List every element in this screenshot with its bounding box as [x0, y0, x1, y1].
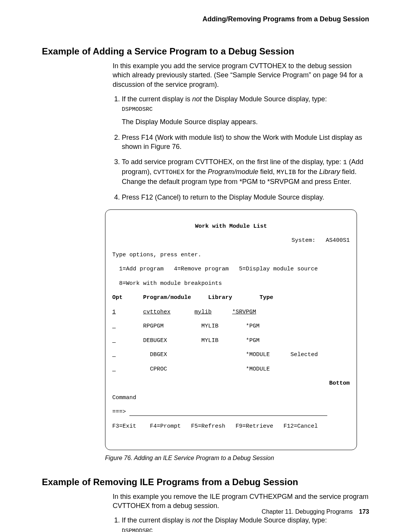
section1-intro: In this example you add the service prog…: [113, 61, 369, 89]
hdr-opt: Opt: [112, 294, 123, 301]
s1-step1b: the Display Module Source display, type:: [202, 95, 327, 103]
r1-lib: mylib: [194, 309, 212, 315]
figure-caption: Figure 76. Adding an ILE Service Program…: [105, 455, 369, 462]
s1-step1: If the current display is not the Displa…: [122, 94, 369, 127]
section2-title: Example of Removing ILE Programs from a …: [42, 477, 369, 487]
s1-step3-code3: MYLIB: [277, 169, 296, 176]
section2-intro: In this example you remove the ILE progr…: [113, 492, 369, 511]
terminal-prompt-line: ===>: [112, 409, 350, 416]
terminal-row3: DEBUGEX MYLIB *PGM: [112, 337, 350, 345]
s1-step3-code2: CVTTOHEX: [153, 169, 185, 176]
terminal-fkeys: F3=Exit F4=Prompt F5=Refresh F9=Retrieve…: [112, 423, 350, 430]
r4-sel: Selected: [290, 351, 318, 358]
r1-pm: cvttohex: [143, 309, 170, 315]
terminal-row2: RPGPGM MYLIB *PGM: [112, 323, 350, 330]
r3-type: *PGM: [246, 337, 260, 344]
s1-step1-cmd: DSPMODSRC: [122, 106, 369, 113]
terminal-row4: DBGEX *MODULE Selected: [112, 351, 350, 359]
terminal-system-label: System:: [292, 237, 315, 244]
section1-title: Example of Adding a Service Program to a…: [42, 46, 369, 57]
s1-step3-it1: Program/module: [208, 168, 258, 176]
r1-opt: 1: [112, 309, 116, 315]
r3-lib: MYLIB: [201, 337, 218, 344]
terminal-line3: 8=Work with module breakpoints: [112, 280, 350, 288]
terminal-row5: CPROC *MODULE: [112, 366, 350, 373]
terminal-title: Work with Module List: [112, 223, 350, 230]
s1-step1-not: not: [192, 95, 202, 103]
s2-step1: If the current display is not the Displa…: [122, 516, 369, 532]
r4-opt: [112, 351, 116, 358]
terminal-figure: Work with Module List System: AS400S1 Ty…: [105, 209, 357, 450]
s1-step3-code1: 1: [343, 159, 347, 166]
running-header: Adding/Removing Programs from a Debug Se…: [42, 15, 369, 23]
r4-type: *MODULE: [246, 351, 270, 358]
terminal-line2: 1=Add program 4=Remove program 5=Display…: [112, 266, 350, 273]
r2-opt: [112, 323, 116, 329]
hdr-type: Type: [260, 294, 273, 301]
s1-step1-after: The Display Module Source display appear…: [122, 118, 258, 126]
r5-pm: CPROC: [150, 366, 167, 372]
terminal-prompt: ===>: [112, 409, 126, 415]
s2-step1-not: not: [192, 516, 202, 524]
page-footer: Chapter 11. Debugging Programs 173: [262, 508, 369, 515]
s1-step2: Press F14 (Work with module list) to sho…: [122, 133, 369, 152]
s1-step3d: field,: [258, 168, 277, 176]
r1-type: *SRVPGM: [232, 309, 256, 315]
s1-step4: Press F12 (Cancel) to return to the Disp…: [122, 193, 369, 202]
r2-type: *PGM: [246, 323, 260, 329]
s1-step3c: for the: [185, 168, 208, 176]
r5-opt: [112, 366, 116, 372]
s1-step1a: If the current display is: [122, 95, 192, 103]
terminal-system-line: System: AS400S1: [112, 237, 350, 244]
s1-step3: To add service program CVTTOHEX, on the …: [122, 157, 369, 186]
section2-steps: If the current display is not the Displa…: [113, 516, 369, 532]
hdr-pm: Program/module: [143, 294, 191, 301]
footer-chapter: Chapter 11. Debugging Programs: [262, 508, 353, 515]
terminal-command-input: [129, 415, 327, 416]
section1-steps: If the current display is not the Displa…: [113, 94, 369, 202]
terminal-system-value: AS400S1: [326, 237, 350, 244]
terminal-line1: Type options, press enter.: [112, 252, 350, 259]
section1-body: In this example you add the service prog…: [113, 61, 369, 202]
r2-lib: MYLIB: [201, 323, 218, 329]
terminal-header-row: Opt Program/module Library Type: [112, 294, 350, 302]
s1-step3e: for the: [296, 168, 319, 176]
terminal-command-label: Command: [112, 395, 350, 402]
r5-type: *MODULE: [246, 366, 270, 372]
s2-step1a: If the current display is: [122, 516, 192, 524]
terminal-row1: 1 cvttohex mylib *SRVPGM: [112, 309, 350, 316]
s2-step1b: the Display Module Source display, type:: [202, 516, 327, 524]
s1-step3a: To add service program CVTTOHEX, on the …: [122, 158, 343, 166]
page-container: Adding/Removing Programs from a Debug Se…: [0, 0, 411, 532]
r3-pm: DEBUGEX: [143, 337, 167, 344]
hdr-lib: Library: [208, 294, 232, 301]
s2-step1-cmd: DSPMODSRC: [122, 527, 369, 532]
r2-pm: RPGPGM: [143, 323, 164, 329]
terminal-bottom: Bottom: [112, 380, 350, 387]
s1-step3-it2: Library: [319, 168, 340, 176]
r3-opt: [112, 337, 116, 344]
footer-page-number: 173: [359, 508, 369, 515]
r4-pm: DBGEX: [150, 351, 167, 358]
